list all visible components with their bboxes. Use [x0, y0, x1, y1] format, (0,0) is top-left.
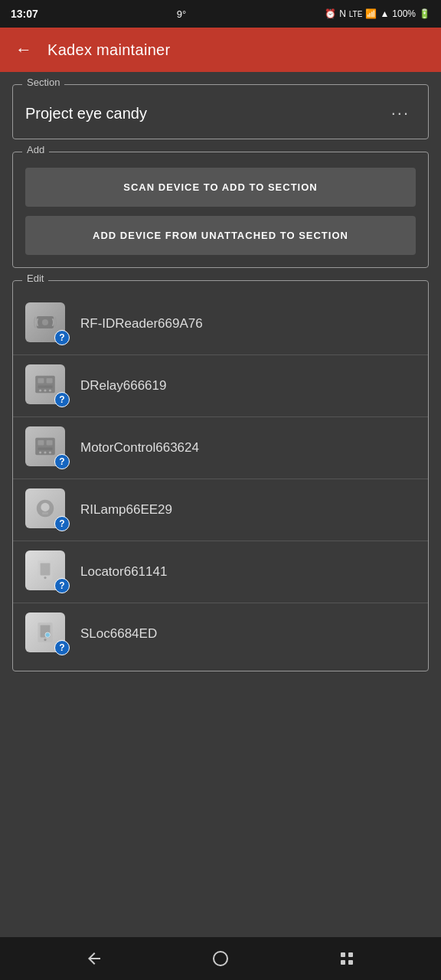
device-icon: ?	[25, 426, 68, 469]
status-icons: ⏰ N LTE 📶 ▲ 100% 🔋	[325, 8, 430, 19]
device-icon-img: ?	[25, 612, 65, 652]
svg-point-17	[41, 503, 49, 511]
svg-point-26	[45, 632, 50, 637]
svg-rect-5	[38, 386, 52, 388]
battery-icon: 🔋	[419, 8, 430, 19]
device-icon-img: ?	[25, 488, 65, 528]
question-badge: ?	[54, 330, 70, 345]
add-unattached-button[interactable]: ADD DEVICE FROM UNATTACHED TO SECTION	[25, 216, 416, 255]
status-time: 13:07	[11, 8, 38, 20]
more-options-button[interactable]: ···	[385, 100, 416, 126]
signal-icon: 📶	[365, 8, 377, 19]
status-bar: 13:07 9° ⏰ N LTE 📶 ▲ 100% 🔋	[0, 0, 441, 28]
svg-point-14	[44, 451, 46, 453]
device-name: Locator661141	[80, 564, 167, 580]
question-badge: ?	[54, 578, 70, 593]
device-item[interactable]: ? RILamp66EE29	[13, 479, 428, 541]
recent-nav-icon	[338, 949, 356, 968]
alarm-icon: ⏰	[325, 8, 336, 19]
svg-point-13	[39, 451, 41, 453]
svg-point-6	[39, 389, 41, 391]
nfc-icon: N	[339, 8, 346, 19]
device-item[interactable]: ? RF-IDReader669A76	[13, 293, 428, 355]
device-name: RF-IDReader669A76	[80, 316, 203, 332]
nav-recent-button[interactable]	[332, 943, 362, 974]
device-name: RILamp66EE29	[80, 502, 172, 518]
app-title: Kadex maintainer	[47, 41, 170, 59]
svg-point-27	[214, 952, 227, 965]
nav-back-button[interactable]	[79, 943, 109, 974]
add-card: Add SCAN DEVICE TO ADD TO SECTION ADD DE…	[12, 152, 429, 268]
device-icon: ?	[25, 488, 68, 531]
section-name: Project eye candy	[25, 105, 147, 122]
status-temp: 9°	[177, 8, 186, 20]
section-card: Section Project eye candy ···	[12, 84, 429, 139]
svg-rect-11	[47, 440, 53, 445]
device-icon: ?	[25, 302, 68, 345]
svg-point-25	[44, 639, 46, 641]
device-icon-img: ?	[25, 364, 65, 404]
device-icon-img: ?	[25, 426, 65, 466]
svg-point-8	[49, 389, 51, 391]
scan-device-button[interactable]: SCAN DEVICE TO ADD TO SECTION	[25, 168, 416, 207]
device-name: DRelay666619	[80, 378, 166, 394]
question-badge: ?	[54, 516, 70, 531]
svg-point-7	[44, 389, 46, 391]
device-name: MotorControl663624	[80, 440, 199, 456]
question-badge: ?	[54, 454, 70, 469]
svg-rect-21	[41, 563, 51, 575]
device-icon-img: ?	[25, 550, 65, 590]
question-badge: ?	[54, 392, 70, 407]
device-item[interactable]: ? Locator661141	[13, 541, 428, 603]
question-badge: ?	[54, 640, 70, 655]
svg-rect-3	[38, 378, 44, 383]
device-icon: ?	[25, 550, 68, 593]
svg-rect-30	[341, 960, 345, 965]
svg-rect-29	[348, 952, 353, 957]
svg-rect-12	[38, 448, 52, 450]
add-label: Add	[22, 144, 49, 155]
svg-rect-10	[38, 440, 44, 445]
edit-label: Edit	[22, 273, 48, 284]
svg-point-15	[49, 451, 51, 453]
section-label: Section	[22, 77, 64, 88]
device-name: SLoc6684ED	[80, 626, 157, 642]
edit-card: Edit ? RF-IDReader669A76	[12, 280, 429, 671]
svg-point-22	[44, 577, 46, 579]
device-icon: ?	[25, 612, 68, 655]
app-bar: ← Kadex maintainer	[0, 28, 441, 72]
lte-icon: LTE	[349, 10, 363, 18]
svg-rect-18	[42, 512, 48, 514]
device-icon: ?	[25, 364, 68, 407]
nav-home-button[interactable]	[205, 943, 236, 974]
nav-bar	[0, 937, 441, 980]
back-button[interactable]: ←	[12, 37, 35, 63]
device-item[interactable]: ? MotorControl663624	[13, 417, 428, 479]
svg-rect-19	[44, 514, 47, 516]
svg-rect-4	[47, 378, 53, 383]
content-area: Section Project eye candy ··· Add SCAN D…	[0, 72, 441, 937]
device-icon-img: ?	[25, 302, 65, 342]
device-item[interactable]: ? DRelay666619	[13, 355, 428, 417]
svg-rect-31	[348, 960, 353, 965]
device-list: ? RF-IDReader669A76 ? DRelay666619	[13, 293, 428, 665]
wifi-icon: ▲	[380, 8, 389, 19]
battery-label: 100%	[392, 8, 416, 19]
svg-rect-28	[341, 952, 345, 957]
back-nav-icon	[85, 949, 103, 968]
home-nav-icon	[211, 949, 230, 968]
svg-point-1	[42, 319, 48, 325]
device-item[interactable]: ? SLoc6684ED	[13, 603, 428, 665]
section-row: Project eye candy ···	[25, 100, 416, 126]
